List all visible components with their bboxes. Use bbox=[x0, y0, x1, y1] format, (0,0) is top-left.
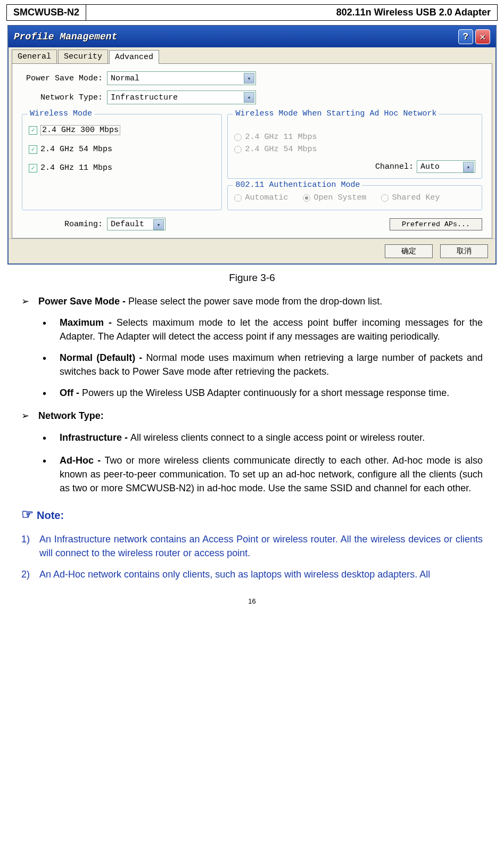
psm-heading: Power Save Mode - bbox=[38, 296, 128, 307]
psm-text: Please select the power save mode from t… bbox=[128, 296, 382, 307]
titlebar: Profile Management ? ✕ bbox=[9, 26, 495, 47]
dialog-footer: 确定 取消 bbox=[9, 238, 495, 263]
channel-value: Auto bbox=[420, 162, 440, 171]
bullet-icon: • bbox=[43, 316, 60, 343]
normal-heading: Normal (Default) - bbox=[60, 352, 146, 363]
roaming-value: Default bbox=[111, 220, 144, 229]
bullet-icon: • bbox=[43, 431, 60, 446]
auth-mode-legend: 802.11 Authentication Mode bbox=[233, 180, 362, 189]
note-1-number: 1) bbox=[21, 532, 39, 560]
tab-body-advanced: Power Save Mode: Normal ▾ Network Type: … bbox=[12, 63, 492, 238]
tab-row: General Security Advanced bbox=[9, 47, 495, 63]
note-1-text: An Infrastructure network contains an Ac… bbox=[39, 532, 483, 560]
maximum-text: Selects maximum mode to let the access p… bbox=[60, 317, 483, 342]
preferred-aps-button[interactable]: Preferred APs... bbox=[390, 218, 482, 230]
chevron-down-icon: ▾ bbox=[244, 73, 254, 84]
page-number: 16 bbox=[0, 597, 504, 605]
bullet-icon: • bbox=[43, 453, 60, 495]
cancel-button[interactable]: 取消 bbox=[440, 244, 488, 258]
radio-auth-shared bbox=[381, 194, 389, 202]
off-heading: Off - bbox=[60, 387, 82, 398]
header-title: 802.11n Wireless USB 2.0 Adapter bbox=[86, 5, 497, 20]
radio-auth-open bbox=[303, 194, 310, 202]
checkbox-300mbps-label: 2.4 GHz 300 Mbps bbox=[40, 125, 120, 135]
figure-caption: Figure 3-6 bbox=[0, 272, 504, 284]
network-type-heading: Network Type: bbox=[38, 410, 104, 421]
adhoc-wireless-mode-fieldset: Wireless Mode When Starting Ad Hoc Netwo… bbox=[227, 114, 482, 179]
adhoc-wireless-mode-legend: Wireless Mode When Starting Ad Hoc Netwo… bbox=[233, 109, 439, 118]
infrastructure-heading: Infrastructure - bbox=[60, 432, 130, 443]
bullet-icon: ➢ bbox=[21, 409, 38, 423]
tab-advanced[interactable]: Advanced bbox=[109, 50, 159, 64]
infrastructure-text: All wireless clients connect to a single… bbox=[130, 432, 425, 443]
network-type-value: Infrastructure bbox=[111, 93, 178, 102]
roaming-label: Roaming: bbox=[22, 220, 107, 229]
help-icon[interactable]: ? bbox=[458, 29, 473, 44]
bullet-icon: • bbox=[43, 386, 60, 401]
chevron-down-icon: ▾ bbox=[463, 162, 474, 172]
bullet-icon: ➢ bbox=[21, 294, 38, 308]
header-model: SMCWUSB-N2 bbox=[7, 5, 86, 20]
tab-security[interactable]: Security bbox=[58, 50, 108, 63]
radio-auth-automatic bbox=[234, 194, 242, 202]
checkbox-11mbps-label: 2.4 GHz 11 Mbps bbox=[40, 163, 112, 172]
checkbox-54mbps-label: 2.4 GHz 54 Mbps bbox=[40, 145, 112, 154]
note-2-text: An Ad-Hoc network contains only clients,… bbox=[39, 567, 483, 581]
radio-auth-shared-label: Shared Key bbox=[392, 193, 440, 202]
power-save-mode-value: Normal bbox=[111, 74, 139, 83]
titlebar-text: Profile Management bbox=[14, 31, 458, 42]
checkbox-300mbps[interactable] bbox=[29, 126, 37, 135]
checkbox-11mbps[interactable] bbox=[29, 164, 37, 172]
profile-management-dialog: Profile Management ? ✕ General Security … bbox=[7, 25, 497, 265]
document-content: ➢ Power Save Mode - Please select the po… bbox=[21, 294, 483, 581]
maximum-heading: Maximum - bbox=[60, 317, 117, 328]
power-save-mode-label: Power Save Mode: bbox=[22, 74, 107, 83]
wireless-mode-fieldset: Wireless Mode 2.4 GHz 300 Mbps 2.4 GHz 5… bbox=[22, 114, 222, 210]
chevron-down-icon: ▾ bbox=[153, 219, 164, 230]
channel-dropdown[interactable]: Auto ▾ bbox=[417, 160, 475, 173]
note-2-number: 2) bbox=[21, 567, 39, 581]
network-type-dropdown[interactable]: Infrastructure ▾ bbox=[107, 90, 256, 104]
wireless-mode-legend: Wireless Mode bbox=[28, 109, 94, 118]
power-save-mode-dropdown[interactable]: Normal ▾ bbox=[107, 71, 256, 85]
close-icon[interactable]: ✕ bbox=[475, 29, 490, 44]
bullet-icon: • bbox=[43, 351, 60, 378]
note-label: Note: bbox=[37, 509, 64, 521]
radio-adhoc-54mbps-label: 2.4 GHz 54 Mbps bbox=[245, 145, 317, 154]
note-heading: ☞Note: bbox=[21, 505, 483, 525]
radio-adhoc-54mbps bbox=[234, 146, 242, 153]
chevron-down-icon: ▾ bbox=[244, 92, 254, 103]
tab-general[interactable]: General bbox=[12, 50, 57, 63]
adhoc-text: Two or more wireless clients communicate… bbox=[60, 455, 483, 493]
radio-adhoc-11mbps bbox=[234, 134, 242, 141]
pointing-hand-icon: ☞ bbox=[21, 506, 34, 522]
adhoc-heading: Ad-Hoc - bbox=[60, 455, 104, 466]
network-type-label: Network Type: bbox=[22, 93, 107, 102]
radio-auth-automatic-label: Automatic bbox=[245, 193, 288, 202]
radio-auth-open-label: Open System bbox=[313, 193, 366, 202]
radio-adhoc-11mbps-label: 2.4 GHz 11 Mbps bbox=[245, 133, 317, 142]
roaming-dropdown[interactable]: Default ▾ bbox=[107, 218, 166, 230]
page-header: SMCWUSB-N2 802.11n Wireless USB 2.0 Adap… bbox=[6, 4, 498, 21]
off-text: Powers up the Wireless USB Adapter conti… bbox=[82, 387, 449, 398]
ok-button[interactable]: 确定 bbox=[385, 244, 433, 258]
auth-mode-fieldset: 802.11 Authentication Mode Automatic Ope… bbox=[227, 185, 482, 210]
channel-label: Channel: bbox=[375, 162, 414, 171]
checkbox-54mbps[interactable] bbox=[29, 145, 37, 154]
